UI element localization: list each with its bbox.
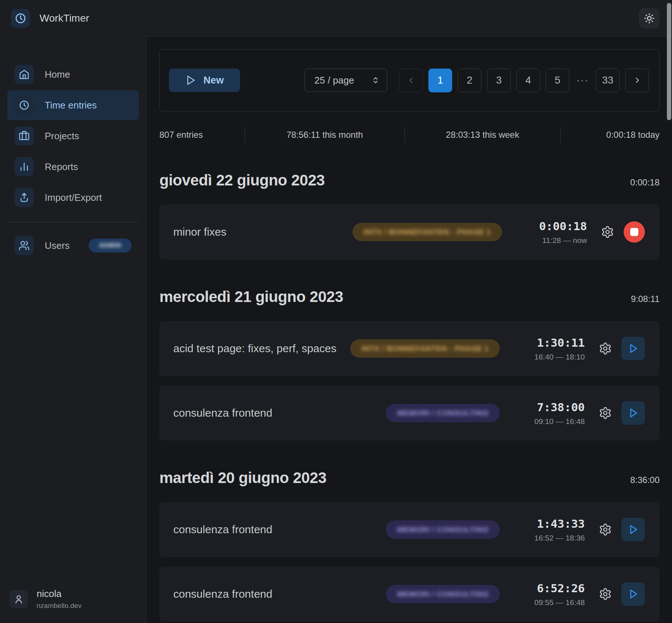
admin-badge-text: ADMIN [99, 242, 121, 249]
entry-settings-button[interactable] [599, 342, 612, 355]
entry-title: consulenza frontend [173, 588, 386, 600]
sidebar-item-label: Users [45, 240, 70, 251]
sidebar-item-label: Time entries [45, 100, 97, 111]
page-button-1[interactable]: 1 [428, 69, 452, 92]
gear-icon [599, 406, 612, 420]
page-size-select[interactable]: 25 / page [304, 69, 387, 92]
project-badge-text: MEMORI / CONSULTING [397, 590, 489, 598]
project-badge: MEMORI / CONSULTING [386, 585, 500, 603]
chevron-left-icon [407, 76, 416, 85]
entry-duration: 1:43:33 [537, 517, 585, 530]
time-entry-row: consulenza frontend MEMORI / CONSULTING … [159, 567, 660, 622]
new-entry-label: New [203, 75, 224, 86]
sidebar-divider [7, 222, 139, 222]
time-entry-row: consulenza frontend MEMORI / CONSULTING … [159, 386, 660, 440]
clock-logo-icon [15, 12, 26, 24]
sidebar-item-home[interactable]: Home [7, 59, 139, 89]
entry-duration: 0:00:18 [539, 220, 587, 233]
gear-icon [601, 225, 614, 239]
sidebar-item-label: Home [45, 69, 70, 80]
briefcase-icon [15, 126, 34, 145]
page-button-3[interactable]: 3 [487, 69, 511, 92]
start-timer-button[interactable] [621, 401, 645, 425]
play-icon [627, 524, 639, 535]
entry-settings-button[interactable] [599, 523, 612, 536]
entry-settings-button[interactable] [599, 587, 612, 601]
day-total: 9:08:11 [631, 294, 660, 304]
page-button-last[interactable]: 33 [596, 69, 620, 92]
project-badge: MEMORI / CONSULTING [386, 520, 500, 539]
day-title: mercoledì 21 giugno 2023 [159, 288, 343, 306]
sidebar-item-projects[interactable]: Projects [7, 121, 139, 151]
gear-icon [599, 342, 612, 355]
sidebar-item-reports[interactable]: Reports [7, 152, 139, 182]
entry-time-range: 09:55 — 16:48 [534, 598, 585, 607]
app-logo [11, 9, 30, 28]
start-timer-button[interactable] [621, 518, 645, 541]
entry-duration: 7:38:00 [537, 401, 585, 414]
admin-badge: ADMIN [89, 239, 132, 252]
sidebar-item-time-entries[interactable]: Time entries [7, 90, 139, 120]
stat-this-week: 28:03:13 this week [405, 130, 561, 140]
chevron-up-down-icon [371, 75, 380, 85]
entry-time: 1:30:11 16:40 — 18:10 [515, 336, 585, 361]
day-title: martedì 20 giugno 2023 [159, 469, 326, 487]
entry-time: 1:43:33 16:52 — 18:36 [515, 517, 585, 542]
entry-title: acid test page: fixes, perf, spaces [173, 342, 350, 355]
time-entry-row: consulenza frontend MEMORI / CONSULTING … [159, 502, 660, 557]
play-icon [627, 588, 639, 600]
entry-duration: 1:30:11 [537, 336, 585, 349]
page-button-2[interactable]: 2 [458, 69, 481, 92]
entry-title: consulenza frontend [173, 407, 386, 419]
entry-time-range: 11:28 — now [542, 236, 587, 245]
toolbar: New 25 / page 1 2 3 4 5 ··· [159, 49, 660, 111]
day-section: martedì 20 giugno 2023 8:36:00 consulenz… [159, 469, 660, 622]
topbar: WorkTimer [0, 0, 672, 37]
next-page-button[interactable] [625, 69, 649, 92]
sidebar-item-import-export[interactable]: Import/Export [7, 183, 139, 213]
play-icon [627, 343, 639, 354]
stat-total-entries: 807 entries [159, 130, 245, 140]
stop-timer-button[interactable] [624, 221, 645, 243]
entry-title: consulenza frontend [173, 523, 386, 536]
start-timer-button[interactable] [621, 337, 645, 360]
day-section: giovedì 22 giugno 2023 0:00:18 minor fix… [159, 172, 660, 259]
day-section: mercoledì 21 giugno 2023 9:08:11 acid te… [159, 288, 660, 440]
time-entry-row: acid test page: fixes, perf, spaces INTX… [159, 321, 660, 376]
entry-settings-button[interactable] [601, 225, 614, 239]
entry-title: minor fixes [173, 226, 352, 238]
day-header: giovedì 22 giugno 2023 0:00:18 [159, 172, 660, 189]
page-button-4[interactable]: 4 [516, 69, 540, 92]
stat-today: 0:00:18 today [561, 130, 660, 140]
page-size-value: 25 / page [314, 75, 354, 86]
previous-page-button[interactable] [399, 69, 423, 92]
start-timer-button[interactable] [621, 582, 645, 606]
project-badge: INTX / BONNEFANTEN - PHASE 1 [350, 339, 500, 358]
new-entry-button[interactable]: New [169, 69, 240, 92]
profile-domain: nzambello.dev [37, 602, 82, 610]
day-entries: consulenza frontend MEMORI / CONSULTING … [159, 502, 660, 622]
scrollbar-thumb[interactable] [667, 3, 671, 120]
home-icon [15, 65, 34, 84]
main-content: New 25 / page 1 2 3 4 5 ··· [147, 37, 672, 623]
play-icon [627, 407, 639, 419]
project-badge: MEMORI / CONSULTING [386, 404, 500, 422]
upload-icon [15, 188, 34, 207]
entry-settings-button[interactable] [599, 406, 612, 420]
entry-time-range: 16:52 — 18:36 [534, 534, 585, 542]
gear-icon [599, 523, 612, 536]
day-header: martedì 20 giugno 2023 8:36:00 [159, 469, 660, 487]
entry-time: 0:00:18 11:28 — now [517, 220, 587, 245]
theme-toggle-button[interactable] [639, 8, 660, 29]
entry-time-range: 09:10 — 16:48 [534, 417, 585, 426]
day-list: giovedì 22 giugno 2023 0:00:18 minor fix… [159, 172, 660, 622]
project-badge-text: MEMORI / CONSULTING [397, 409, 489, 417]
stats-bar: 807 entries 78:56:11 this month 28:03:13… [159, 127, 660, 143]
time-entry-row: minor fixes INTX / BONNEFANTEN - PHASE 1… [159, 204, 660, 259]
day-title: giovedì 22 giugno 2023 [159, 172, 325, 189]
page-button-5[interactable]: 5 [546, 69, 569, 92]
entry-time: 6:52:26 09:55 — 16:48 [515, 582, 585, 607]
user-profile[interactable]: nicola nzambello.dev [0, 588, 146, 610]
sidebar-item-users[interactable]: Users ADMIN [7, 231, 139, 261]
gear-icon [599, 587, 612, 601]
